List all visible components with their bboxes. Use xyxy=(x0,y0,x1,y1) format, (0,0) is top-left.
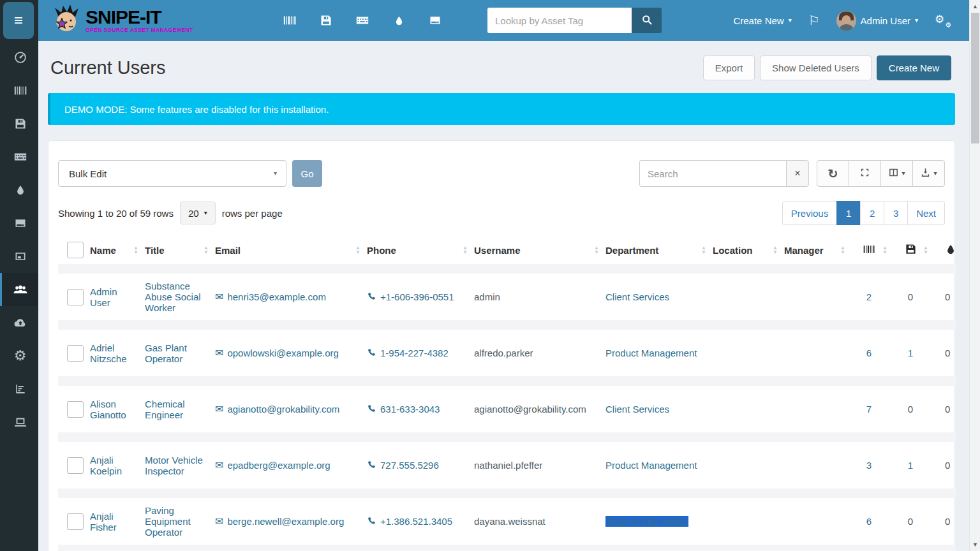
department-link[interactable]: Product Management xyxy=(605,348,697,358)
header-email[interactable]: Email▲▼ xyxy=(211,236,363,264)
gears-icon[interactable]: ⚙⚙ xyxy=(935,13,951,28)
user-name-link[interactable]: Alison Gianotto xyxy=(90,399,126,420)
show-deleted-users-button[interactable]: Show Deleted Users xyxy=(760,55,872,80)
export-button[interactable]: Export xyxy=(703,55,755,80)
email-link[interactable]: henri35@example.com xyxy=(227,291,325,302)
licenses-count-link[interactable]: 1 xyxy=(908,460,913,471)
department-link-selected[interactable]: Dept of Silly Walks xyxy=(605,516,688,527)
email-link[interactable]: epadberg@example.org xyxy=(227,460,330,471)
keyboard-icon[interactable] xyxy=(355,13,370,28)
user-name-link[interactable]: Anjali Fisher xyxy=(90,511,117,533)
licenses-count-link[interactable]: 1 xyxy=(908,348,913,358)
create-new-button[interactable]: Create New xyxy=(877,55,951,80)
department-link[interactable]: Client Services xyxy=(605,291,669,302)
email-link[interactable]: agianotto@grokability.com xyxy=(227,404,339,415)
header-username[interactable]: Username▲▼ xyxy=(470,236,602,264)
phone-link[interactable]: 631-633-3043 xyxy=(380,404,440,415)
pagination-next[interactable]: Next xyxy=(907,201,945,225)
page-header: Current Users Export Show Deleted Users … xyxy=(50,50,951,85)
sidebar-item-kits[interactable] xyxy=(0,240,38,273)
bulk-actions-select[interactable]: Bulk Edit ▾ xyxy=(58,160,286,187)
user-menu[interactable]: Admin User ▾ xyxy=(836,11,918,31)
location-cell xyxy=(709,442,780,489)
email-link[interactable]: opowlowski@example.org xyxy=(227,348,338,358)
row-checkbox[interactable] xyxy=(67,345,84,362)
phone-link[interactable]: +1-606-396-0551 xyxy=(380,291,454,302)
sidebar-item-users[interactable] xyxy=(0,273,38,306)
page-size-select[interactable]: 20 ▾ xyxy=(180,202,216,224)
sidebar-item-import[interactable] xyxy=(0,306,38,339)
sidebar-item-consumables[interactable] xyxy=(0,173,38,207)
row-divider xyxy=(58,432,956,442)
header-assets[interactable]: ▲▼ xyxy=(848,236,890,264)
asset-lookup-search-button[interactable] xyxy=(632,8,662,33)
sidebar-toggle-button[interactable]: ≡ xyxy=(3,2,34,39)
sidebar-item-components[interactable] xyxy=(0,207,38,240)
row-checkbox[interactable] xyxy=(67,289,84,305)
email-link[interactable]: berge.newell@example.org xyxy=(227,516,344,527)
phone-link[interactable]: 727.555.5296 xyxy=(380,460,439,471)
sidebar-item-assets[interactable] xyxy=(0,74,38,107)
row-checkbox[interactable] xyxy=(67,457,84,474)
envelope-icon: ✉ xyxy=(215,347,223,359)
clear-search-button[interactable]: × xyxy=(786,160,809,187)
location-cell xyxy=(709,330,780,376)
assets-count-link[interactable]: 6 xyxy=(866,516,872,527)
scroll-up-icon[interactable]: ▲ xyxy=(970,1,980,11)
page-scrollbar[interactable]: ▲ ▼ xyxy=(969,0,980,551)
scroll-down-icon[interactable]: ▼ xyxy=(970,540,980,550)
navbar-right: Create New ▾ ⚐ Admin User ▾ ⚙⚙ xyxy=(733,11,969,31)
pagination-page-3[interactable]: 3 xyxy=(884,201,908,225)
app-logo[interactable]: SNIPE-IT OPEN SOURCE ASSET MANAGEMENT xyxy=(38,3,205,38)
assets-count-link[interactable]: 2 xyxy=(866,291,872,302)
export-table-button[interactable]: ▾ xyxy=(912,160,945,187)
header-department[interactable]: Department▲▼ xyxy=(602,236,709,264)
phone-link[interactable]: 1-954-227-4382 xyxy=(380,348,449,358)
flag-icon[interactable]: ⚐ xyxy=(808,13,820,28)
pagination-previous[interactable]: Previous xyxy=(782,201,837,225)
table-search-input[interactable] xyxy=(639,160,786,187)
header-manager[interactable]: Manager▲▼ xyxy=(780,236,848,264)
pagination-page-2[interactable]: 2 xyxy=(860,201,884,225)
department-link[interactable]: Client Services xyxy=(605,404,669,415)
header-title[interactable]: Title▲▼ xyxy=(141,236,211,264)
header-licenses[interactable]: ▲▼ xyxy=(890,236,931,264)
user-name-link[interactable]: Admin User xyxy=(90,286,117,308)
select-all-checkbox[interactable] xyxy=(67,242,84,258)
pagination-page-1[interactable]: 1 xyxy=(836,201,861,225)
phone-link[interactable]: +1.386.521.3405 xyxy=(380,516,452,527)
envelope-icon: ✉ xyxy=(215,291,223,303)
top-navbar: SNIPE-IT OPEN SOURCE ASSET MANAGEMENT Cr… xyxy=(38,0,969,41)
sidebar-item-licenses[interactable] xyxy=(0,107,38,140)
sort-icon: ▲▼ xyxy=(882,246,887,254)
droplet-icon[interactable] xyxy=(391,13,406,28)
barcode-icon[interactable] xyxy=(282,13,297,28)
sidebar-item-accessories[interactable] xyxy=(0,140,38,173)
sidebar-item-dashboard[interactable] xyxy=(0,41,38,74)
header-phone[interactable]: Phone▲▼ xyxy=(363,236,470,264)
floppy-icon[interactable] xyxy=(318,13,334,28)
go-button[interactable]: Go xyxy=(292,160,322,187)
create-new-menu[interactable]: Create New ▾ xyxy=(733,15,791,26)
sidebar-item-settings[interactable]: ⚙ xyxy=(0,339,38,372)
header-location[interactable]: Location▲▼ xyxy=(709,236,780,264)
department-link[interactable]: Product Management xyxy=(605,460,697,471)
sidebar-item-whats-on-it[interactable] xyxy=(0,406,38,439)
assets-count-link[interactable]: 7 xyxy=(866,404,872,415)
header-consumables[interactable] xyxy=(931,236,956,264)
assets-count-link[interactable]: 3 xyxy=(866,460,872,471)
asset-lookup-input[interactable] xyxy=(487,8,632,33)
user-name-link[interactable]: Adriel Nitzsche xyxy=(90,342,127,364)
scrollbar-thumb[interactable] xyxy=(971,13,979,143)
components-icon[interactable] xyxy=(427,13,443,28)
sidebar-item-reports[interactable] xyxy=(0,372,38,406)
fullscreen-button[interactable] xyxy=(849,160,881,187)
header-name[interactable]: Name▲▼ xyxy=(86,236,141,264)
row-checkbox[interactable] xyxy=(67,401,84,418)
row-checkbox[interactable] xyxy=(67,513,84,530)
assets-count-link[interactable]: 6 xyxy=(866,348,872,358)
columns-button[interactable]: ▾ xyxy=(880,160,913,187)
refresh-button[interactable]: ↻ xyxy=(817,160,849,187)
droplet-icon xyxy=(15,184,26,196)
user-name-link[interactable]: Anjali Koelpin xyxy=(90,455,122,476)
